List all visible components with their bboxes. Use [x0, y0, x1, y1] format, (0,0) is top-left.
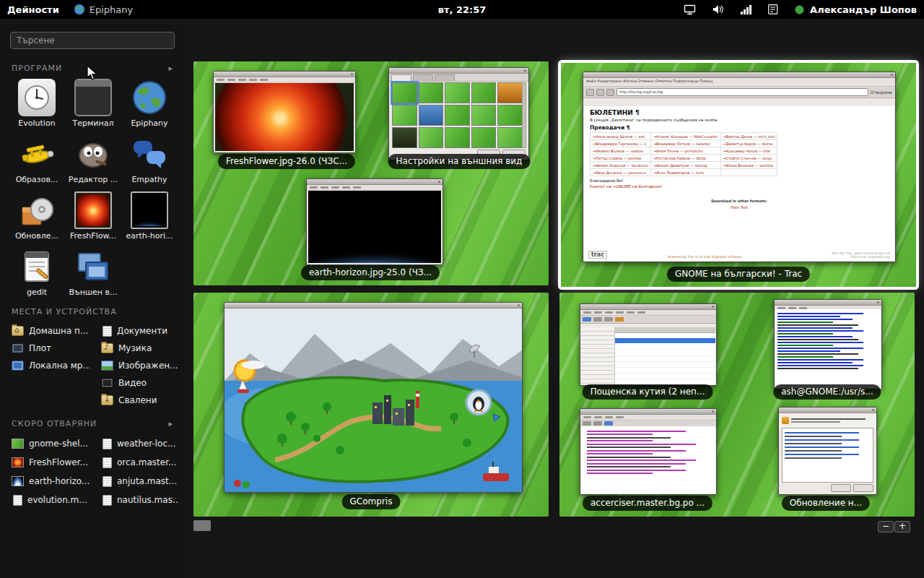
place-item-home[interactable]: ⌂ Домашна п... [0, 322, 90, 340]
window-terminal[interactable] [774, 299, 882, 389]
place-item-videos[interactable]: Видео [90, 374, 179, 392]
place-item-desktop[interactable]: Плот [0, 340, 90, 357]
gedit-icon [18, 248, 56, 285]
app-item-gimp[interactable]: Редактор ... [65, 135, 121, 184]
search-input[interactable] [10, 32, 175, 49]
text-file-icon [103, 476, 112, 487]
recent-item[interactable]: orca.master... [90, 453, 179, 472]
window-gimp-freshflower[interactable] [213, 71, 356, 153]
user-name: Александър Шопов [810, 4, 917, 15]
table-cell: →Владимир Петков — kaladan [651, 140, 720, 147]
workspace-4[interactable]: Пощенска кутия (2 неп... ash@GNOME:/usr/… [559, 293, 915, 517]
browser-page: БЮЛЕТИНИ ¶ В секция „Бюлетини“ са период… [584, 106, 894, 261]
translators-table: →Александър Шопов — ash →Атанас Кошаров … [590, 132, 777, 176]
recent-item[interactable]: anjuta.mast... [90, 472, 179, 491]
app-item-freshflower[interactable]: FreshFlow... [65, 191, 121, 241]
table-cell: →Александър Шопов — ash [590, 133, 651, 140]
page-heading-2: Преводачи ¶ [590, 124, 889, 131]
recent-item[interactable]: weather-loc... [90, 434, 179, 453]
place-label: Музика [118, 343, 152, 353]
app-item-earth-horizon[interactable]: earth-hori... [121, 191, 178, 241]
app-item-appearance[interactable]: Външен в... [65, 248, 121, 297]
window-caption: GNOME на български! - Trac [667, 267, 810, 282]
recent-label: evolution.m... [27, 495, 87, 505]
user-menu[interactable]: Александър Шопов [795, 4, 917, 15]
window-epiphany-trac[interactable]: Файл Редактиране Изглед Отиване Отметки … [583, 72, 896, 262]
window-caption: Обновление н... [782, 496, 870, 511]
window-titlebar [580, 409, 716, 415]
app-grid: Evolution Терминал Epiphany Образов... Р… [0, 79, 185, 297]
menu-bar [307, 185, 443, 191]
network-signal-icon[interactable] [741, 5, 752, 14]
app-menu[interactable]: Epiphany [74, 4, 133, 15]
app-label: gedit [9, 288, 65, 297]
input-source-icon[interactable] [768, 4, 779, 14]
window-gcompris[interactable] [224, 302, 523, 493]
workspace-add-button[interactable]: + [894, 521, 910, 532]
recent-item[interactable]: gnome-shel... [0, 434, 90, 453]
recent-label: nautilus.mas... [117, 495, 179, 505]
table-cell: →Юлия Велкова — konfeta [720, 162, 777, 169]
window-appearance-settings[interactable] [388, 67, 529, 160]
app-item-epiphany[interactable]: Epiphany [121, 79, 178, 128]
workspace-3[interactable]: GCompris [193, 293, 549, 517]
editor-text [581, 426, 715, 493]
place-item-downloads[interactable]: ↓ Свалени [90, 392, 179, 409]
window-software-update[interactable] [778, 407, 877, 495]
app-item-terminal[interactable]: Терминал [65, 79, 121, 128]
place-label: Изображен... [118, 361, 178, 371]
tab [413, 74, 433, 81]
places-column-2: Документи ♪ Музика Изображен... Видео ↓ … [90, 322, 179, 409]
app-item-gedit[interactable]: gedit [9, 248, 65, 297]
clock[interactable]: вт, 22:57 [438, 4, 487, 15]
selected-message-row [615, 338, 715, 343]
place-item-music[interactable]: ♪ Музика [90, 340, 179, 357]
desktop-icon [12, 343, 24, 353]
terminal-icon [74, 79, 112, 116]
recent-section-header: СКОРО ОТВАРЯНИ ▸ [0, 409, 185, 434]
go-button-label: Отваряне [871, 90, 892, 95]
window-caption: accerciser.master.bg.po ... [583, 496, 712, 511]
wallpaper-grid [392, 82, 523, 148]
workspace-2-selected[interactable]: Файл Редактиране Изглед Отиване Отметки … [561, 63, 916, 287]
scrollbar [522, 82, 526, 148]
window-caption: Настройки на външния вид [388, 154, 531, 169]
recent-item[interactable]: FreshFlower... [0, 453, 90, 472]
programs-expand-icon[interactable]: ▸ [168, 64, 173, 73]
tab [391, 74, 411, 81]
window-editor-accerciser[interactable] [580, 408, 717, 495]
place-item-documents[interactable]: Документи [90, 322, 179, 340]
recent-expand-icon[interactable]: ▸ [168, 419, 173, 428]
display-icon[interactable] [684, 4, 697, 15]
terminal-output [775, 309, 881, 388]
mail-panes [581, 327, 715, 384]
recent-item[interactable]: earth-horizo... [0, 472, 90, 491]
workspace-1[interactable]: FreshFlower.jpg-26.0 (ЧЗС... Настройки н… [193, 61, 549, 285]
places-list: ⌂ Домашна п... Плот Локална мр... Докуме… [0, 322, 185, 409]
app-label: Epiphany [121, 118, 178, 128]
download-section: Download in other formats: Plain Text [590, 191, 889, 210]
evolution-icon [18, 79, 56, 116]
documents-icon [103, 326, 112, 337]
tab [435, 74, 455, 81]
window-evolution-inbox[interactable] [580, 303, 717, 386]
text-file-icon [103, 457, 112, 468]
activities-button[interactable]: Дейности [7, 4, 59, 15]
back-icon [586, 89, 594, 96]
recent-item[interactable]: evolution.m... [0, 491, 90, 509]
browser-toolbar: http://fsa-bg.org/trac/bg Отваряне [583, 87, 895, 98]
app-item-empathy[interactable]: Empathy [121, 135, 178, 184]
app-item-software-update[interactable]: Обновле... [9, 191, 65, 241]
workspace-remove-button[interactable]: − [878, 521, 894, 532]
workspace-indicator[interactable] [193, 520, 211, 531]
place-item-network[interactable]: Локална мр... [0, 357, 90, 374]
volume-icon[interactable] [712, 4, 725, 14]
table-cell: →Стойчо Станчев — stoyo [720, 155, 777, 162]
forward-icon [596, 89, 604, 96]
place-item-pictures[interactable]: Изображен... [90, 357, 179, 374]
recent-item[interactable]: nautilus.mas... [90, 491, 179, 509]
window-gimp-earth-horizon[interactable] [306, 178, 443, 265]
app-item-gcompris[interactable]: Образов... [9, 135, 65, 184]
software-update-icon [18, 191, 56, 229]
app-item-evolution[interactable]: Evolution [9, 79, 65, 128]
